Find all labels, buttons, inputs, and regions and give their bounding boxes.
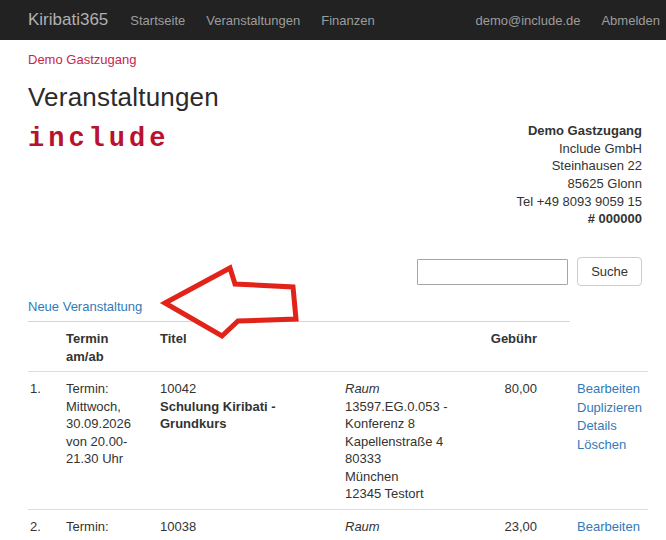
- duplizieren-link[interactable]: Duplizieren: [577, 537, 648, 540]
- raum-address: 13597.EG.0.053 - Konferenz 8 Kapellenstr…: [345, 398, 477, 503]
- row-gebuehr: 80,00: [477, 372, 541, 510]
- titel-code: 10038: [160, 518, 345, 536]
- row-number: 2.: [28, 509, 66, 540]
- bearbeiten-link[interactable]: Bearbeiten: [577, 518, 648, 536]
- titel-name: Schulung Kiribati - Grundkurs: [160, 398, 345, 433]
- nav-item-finanzen[interactable]: Finanzen: [321, 13, 374, 28]
- titel-name: Schulung Kiribati -: [160, 536, 345, 540]
- main-container: Demo Gastzugang Veranstaltungen include …: [0, 40, 666, 540]
- account-company: Include GmbH: [517, 140, 642, 158]
- events-table: Termin am/ab Titel Gebühr 1. Termin: Mit…: [28, 322, 648, 540]
- titel-code: 10042: [160, 380, 345, 398]
- header-gebuehr: Gebühr: [477, 322, 541, 372]
- header-num: [28, 322, 66, 372]
- breadcrumb-demo-gastzugang-link[interactable]: Demo Gastzugang: [28, 52, 136, 67]
- header-actions: [541, 322, 648, 372]
- header-termin: Termin am/ab: [66, 322, 160, 372]
- account-address-block: Demo Gastzugang Include GmbH Steinhausen…: [517, 122, 642, 228]
- row-actions: Bearbeiten Duplizieren: [541, 509, 648, 540]
- account-city: 85625 Glonn: [517, 175, 642, 193]
- search-input[interactable]: [417, 259, 568, 285]
- top-navbar: Kiribati365 Startseite Veranstaltungen F…: [0, 0, 666, 40]
- account-name: Demo Gastzugang: [517, 122, 642, 140]
- row-termin: Termin: Mittwoch, 30.09.2026 von 20.00- …: [66, 372, 160, 510]
- account-number: # 000000: [517, 210, 642, 228]
- table-row: 1. Termin: Mittwoch, 30.09.2026 von 20.0…: [28, 372, 648, 510]
- loeschen-link[interactable]: Löschen: [577, 436, 648, 454]
- row-raum: Raum Seminarraum 1: [345, 509, 477, 540]
- header-titel: Titel: [160, 322, 345, 372]
- duplizieren-link[interactable]: Duplizieren: [577, 399, 648, 417]
- info-row: include Demo Gastzugang Include GmbH Ste…: [28, 122, 642, 228]
- row-raum: Raum 13597.EG.0.053 - Konferenz 8 Kapell…: [345, 372, 477, 510]
- row-titel: 10038 Schulung Kiribati -: [160, 509, 345, 540]
- page-title: Veranstaltungen: [28, 82, 642, 113]
- search-button[interactable]: Suche: [577, 257, 642, 286]
- row-termin: Termin: Sonntag,: [66, 509, 160, 540]
- account-phone: Tel +49 8093 9059 15: [517, 193, 642, 211]
- row-actions: Bearbeiten Duplizieren Details Löschen: [541, 372, 648, 510]
- nav-item-abmelden[interactable]: Abmelden: [601, 13, 660, 28]
- account-street: Steinhausen 22: [517, 157, 642, 175]
- details-link[interactable]: Details: [577, 417, 648, 435]
- nav-item-startseite[interactable]: Startseite: [130, 13, 185, 28]
- brand-kiribati365[interactable]: Kiribati365: [28, 10, 108, 30]
- raum-label: Raum: [345, 380, 477, 398]
- search-row: Suche: [28, 257, 642, 286]
- row-number: 1.: [28, 372, 66, 510]
- new-event-link[interactable]: Neue Veranstaltung: [28, 299, 142, 314]
- nav-item-veranstaltungen[interactable]: Veranstaltungen: [206, 13, 300, 28]
- row-titel: 10042 Schulung Kiribati - Grundkurs: [160, 372, 345, 510]
- table-row: 2. Termin: Sonntag, 10038 Schulung Kirib…: [28, 509, 648, 540]
- row-gebuehr: 23,00: [477, 509, 541, 540]
- header-raum: [345, 322, 477, 372]
- include-logo: include: [28, 124, 169, 228]
- events-table-header-row: Termin am/ab Titel Gebühr: [28, 322, 648, 372]
- raum-label: Raum: [345, 518, 477, 536]
- navbar-right-group: demo@include.de Abmelden: [475, 13, 660, 28]
- raum-address: Seminarraum 1: [345, 536, 477, 540]
- nav-item-user-email[interactable]: demo@include.de: [475, 13, 580, 28]
- bearbeiten-link[interactable]: Bearbeiten: [577, 380, 648, 398]
